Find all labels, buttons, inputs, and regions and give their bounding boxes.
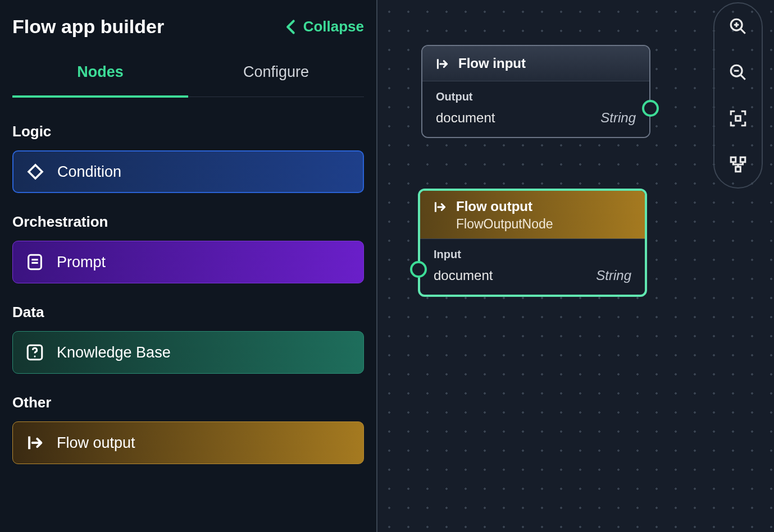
node-type-flow-output[interactable]: Flow output [12, 421, 364, 464]
zoom-in-icon [729, 17, 748, 36]
document-icon [25, 253, 44, 272]
node-field-row: document String [434, 268, 631, 283]
fit-screen-button[interactable] [729, 109, 748, 128]
canvas-node-flow-input[interactable]: Flow input Output document String [421, 45, 650, 138]
svg-line-14 [741, 75, 745, 80]
question-box-icon [25, 343, 44, 362]
node-field-name: document [436, 110, 495, 126]
section-logic-label: Logic [12, 123, 364, 140]
collapse-button[interactable]: Collapse [285, 18, 364, 35]
svg-rect-18 [740, 157, 745, 162]
tab-nodes[interactable]: Nodes [12, 63, 188, 98]
svg-line-10 [741, 29, 745, 34]
node-header: Flow input [422, 46, 649, 81]
sidebar-tabs: Nodes Configure [12, 63, 364, 97]
fit-screen-icon [729, 109, 748, 128]
node-field-type: String [600, 110, 636, 126]
tab-configure[interactable]: Configure [188, 63, 364, 97]
node-subtitle: FlowOutputNode [456, 217, 553, 232]
node-section-label: Output [436, 90, 636, 103]
section-other-label: Other [12, 394, 364, 411]
canvas-toolbar [713, 2, 763, 189]
svg-point-5 [34, 356, 35, 357]
sidebar-header: Flow app builder Collapse [12, 16, 364, 38]
canvas-node-flow-output[interactable]: Flow output FlowOutputNode Input documen… [418, 189, 647, 297]
svg-rect-0 [29, 165, 42, 178]
flow-output-icon [432, 200, 447, 214]
sidebar: Flow app builder Collapse Nodes Configur… [0, 0, 377, 532]
section-orchestration-label: Orchestration [12, 213, 364, 231]
node-type-label: Flow output [57, 434, 135, 452]
flow-canvas[interactable]: Flow input Output document String Flow o… [377, 0, 774, 532]
node-type-label: Prompt [57, 254, 106, 271]
node-body: Output document String [422, 81, 649, 137]
section-data-label: Data [12, 304, 364, 321]
node-header: Flow output FlowOutputNode [420, 191, 645, 239]
flow-output-icon [25, 433, 44, 452]
node-field-row: document String [436, 110, 636, 126]
zoom-out-icon [729, 63, 748, 82]
node-field-type: String [596, 268, 631, 283]
diamond-icon [26, 162, 45, 181]
svg-rect-16 [736, 116, 741, 121]
node-title: Flow input [458, 56, 526, 71]
input-port[interactable] [410, 261, 427, 278]
collapse-label: Collapse [303, 18, 364, 35]
zoom-in-button[interactable] [729, 17, 748, 36]
node-body: Input document String [420, 239, 645, 295]
svg-rect-19 [736, 167, 741, 172]
node-section-label: Input [434, 248, 631, 261]
node-type-condition[interactable]: Condition [12, 150, 364, 193]
svg-rect-17 [731, 157, 736, 162]
output-port[interactable] [642, 100, 659, 117]
node-type-label: Condition [57, 163, 121, 181]
sidebar-title: Flow app builder [12, 16, 164, 38]
node-type-label: Knowledge Base [57, 344, 171, 361]
node-type-prompt[interactable]: Prompt [12, 241, 364, 283]
node-title: Flow output [456, 199, 553, 214]
node-type-knowledge-base[interactable]: Knowledge Base [12, 331, 364, 374]
zoom-out-button[interactable] [729, 63, 748, 82]
flow-input-icon [435, 57, 449, 71]
layout-tree-icon [729, 155, 748, 174]
chevron-left-icon [285, 19, 297, 35]
node-field-name: document [434, 268, 493, 283]
auto-layout-button[interactable] [729, 155, 748, 174]
